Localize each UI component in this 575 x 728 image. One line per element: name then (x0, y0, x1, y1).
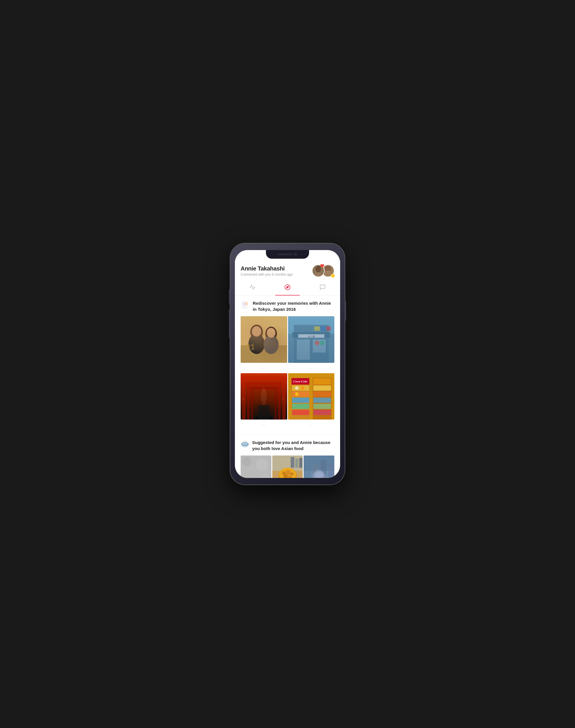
svg-rect-47 (247, 382, 249, 419)
food2-svg (272, 455, 303, 478)
svg-rect-37 (326, 326, 331, 330)
ramen-bowl-svg (241, 439, 249, 448)
dots-left-2[interactable]: ··· (262, 422, 267, 427)
svg-point-91 (291, 473, 294, 476)
suggested-photo-2[interactable] (272, 455, 303, 478)
svg-rect-14 (245, 303, 247, 305)
svg-point-41 (255, 416, 273, 419)
photo-cell-girls[interactable]: 01 (241, 316, 287, 363)
svg-rect-96 (299, 458, 302, 468)
phone-wrapper: Annie Takahashi Connected with you 6 mon… (227, 240, 348, 488)
svg-rect-63 (292, 391, 309, 397)
profile-header: Annie Takahashi Connected with you 6 mon… (235, 259, 340, 281)
svg-rect-46 (242, 382, 285, 384)
memories-section-header: Rediscover your memories with Annie in T… (241, 300, 334, 312)
svg-point-90 (286, 470, 291, 475)
svg-point-39 (320, 341, 325, 345)
svg-rect-48 (278, 382, 281, 419)
svg-point-20 (250, 324, 263, 340)
svg-rect-84 (241, 455, 271, 478)
svg-rect-53 (250, 386, 277, 389)
svg-rect-35 (314, 326, 320, 330)
svg-rect-44 (282, 376, 285, 419)
svg-rect-65 (292, 404, 309, 409)
chat-icon (319, 284, 326, 292)
food3-svg (304, 455, 334, 478)
memories-title: Rediscover your memories with Annie in T… (253, 300, 334, 312)
compass-icon (284, 284, 291, 292)
svg-point-22 (252, 326, 261, 337)
photo-cell-vending[interactable]: Coca-Cola (288, 373, 335, 420)
tab-discover[interactable] (270, 281, 305, 295)
svg-rect-42 (258, 405, 270, 419)
suggested-photos-grid (241, 455, 334, 478)
svg-rect-94 (291, 457, 294, 468)
svg-rect-36 (320, 326, 326, 330)
girls-photo-svg: 01 (241, 316, 287, 363)
profile-name: Annie Takahashi (241, 265, 293, 272)
suggested-photo-3[interactable] (304, 455, 334, 478)
svg-rect-28 (288, 316, 335, 334)
food1-svg (241, 455, 271, 478)
svg-point-75 (295, 392, 298, 395)
dots-left-1[interactable]: ··· (262, 366, 267, 370)
svg-rect-31 (298, 335, 324, 338)
svg-rect-17 (241, 316, 287, 363)
svg-rect-67 (313, 378, 331, 384)
memories-section: Rediscover your memories with Annie in T… (235, 295, 340, 435)
svg-point-15 (245, 303, 246, 304)
svg-rect-51 (251, 386, 253, 419)
shop-photo-svg: ぎふ屋 (288, 316, 335, 363)
svg-point-74 (301, 386, 304, 390)
svg-point-25 (267, 328, 275, 338)
svg-rect-49 (246, 382, 282, 385)
coin-badge: 🟡 (331, 274, 335, 278)
tab-chat[interactable] (305, 281, 340, 295)
svg-text:神社: 神社 (282, 398, 284, 400)
avatars-group: ❤️ 🟡 (312, 264, 334, 277)
svg-rect-33 (297, 340, 310, 360)
photo-grid-row1: 01 (241, 316, 334, 363)
svg-text:ぎふ屋: ぎふ屋 (308, 335, 314, 338)
svg-point-73 (295, 386, 298, 390)
svg-marker-9 (286, 286, 289, 288)
svg-point-54 (261, 388, 267, 405)
bowl-icon (241, 439, 249, 450)
svg-rect-50 (247, 386, 281, 388)
svg-point-7 (325, 266, 331, 272)
phone-screen: Annie Takahashi Connected with you 6 mon… (235, 250, 340, 478)
svg-rect-102 (328, 463, 334, 478)
dots-row1: ··· ··· (241, 364, 334, 372)
photo-cell-torii[interactable]: 鳥居 神社 (241, 373, 287, 420)
svg-rect-95 (295, 459, 298, 468)
svg-point-24 (264, 336, 279, 354)
svg-rect-64 (292, 398, 309, 403)
notch-speaker (278, 254, 293, 255)
svg-point-38 (314, 341, 319, 345)
svg-text:01: 01 (246, 342, 255, 351)
connection-subtitle: Connected with you 6 months ago (241, 273, 293, 277)
phone-notch (266, 250, 309, 259)
svg-rect-29 (294, 325, 329, 362)
notch-camera (294, 253, 297, 256)
suggested-title: Suggested for you and Annie because you … (252, 439, 334, 451)
svg-rect-66 (292, 410, 309, 415)
dots-right-2[interactable]: ··· (308, 422, 314, 427)
torii-photo-svg: 鳥居 神社 (241, 373, 287, 420)
vending-photo-svg: Coca-Cola (288, 373, 335, 420)
svg-rect-62 (292, 385, 309, 390)
tab-pulse[interactable] (235, 281, 270, 295)
photo-grid-row2: 鳥居 神社 (241, 373, 334, 420)
svg-rect-30 (293, 333, 330, 338)
svg-rect-69 (313, 391, 331, 397)
suggested-photo-1[interactable] (241, 455, 271, 478)
svg-rect-18 (241, 316, 287, 363)
dots-right-1[interactable]: ··· (308, 366, 314, 370)
memories-icon (241, 301, 250, 310)
photo-cell-shop[interactable]: ぎふ屋 (288, 316, 335, 363)
svg-point-105 (315, 472, 324, 478)
svg-rect-27 (288, 316, 335, 363)
dots-row2: ··· ··· (241, 421, 334, 429)
svg-rect-43 (242, 376, 245, 419)
svg-rect-40 (241, 373, 287, 420)
